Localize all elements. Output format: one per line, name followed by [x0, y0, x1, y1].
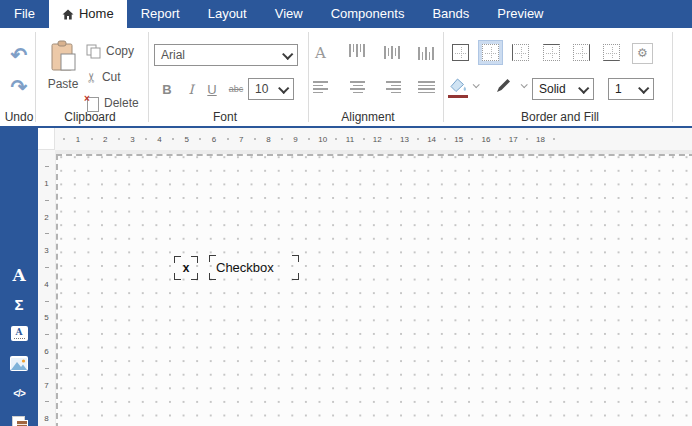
- ruler-number: 3: [44, 245, 48, 256]
- toolbox-image-component[interactable]: [0, 356, 38, 371]
- ruler-tick: [45, 401, 49, 402]
- group-separator: [308, 32, 309, 122]
- selection-corner: [209, 273, 216, 280]
- checkbox-component[interactable]: x: [176, 258, 196, 278]
- toolbox-html-component[interactable]: </>: [0, 388, 38, 399]
- border-width-value: 1: [615, 82, 622, 96]
- paste-button[interactable]: Paste: [40, 40, 86, 110]
- ruler-number: 16: [480, 135, 493, 144]
- richtext-component-icon: A: [11, 326, 28, 341]
- design-canvas[interactable]: x Checkbox: [55, 150, 692, 426]
- align-top-button[interactable]: [348, 44, 366, 60]
- ruler-tick: [63, 138, 65, 140]
- toolbox-clone-component[interactable]: [0, 416, 38, 426]
- tab-preview[interactable]: Preview: [483, 0, 557, 28]
- font-family-select[interactable]: Arial: [154, 44, 298, 66]
- redo-button[interactable]: ↷: [6, 74, 32, 100]
- border-style-select[interactable]: Solid: [532, 78, 594, 100]
- ruler-tick: [172, 138, 174, 140]
- align-center-button[interactable]: [349, 81, 366, 95]
- tab-components[interactable]: Components: [317, 0, 419, 28]
- sum-component-icon: Σ: [14, 296, 23, 313]
- all-borders-button[interactable]: [449, 41, 472, 64]
- fill-bucket-icon: [448, 76, 468, 94]
- border-width-select[interactable]: 1: [608, 78, 654, 100]
- tab-layout[interactable]: Layout: [194, 0, 261, 28]
- align-bottom-button[interactable]: [417, 44, 435, 60]
- tab-home[interactable]: Home: [49, 0, 127, 28]
- checkbox-mark: x: [183, 261, 190, 275]
- border-settings-button[interactable]: ⚙: [632, 43, 653, 64]
- ruler-number: 7: [237, 135, 245, 144]
- group-separator: [443, 32, 444, 122]
- toolbox-richtext-component[interactable]: A: [0, 326, 38, 341]
- fill-color-button[interactable]: [447, 74, 469, 96]
- tab-view[interactable]: View: [261, 0, 317, 28]
- ruler-number: 11: [344, 135, 356, 144]
- selection-corner: [292, 255, 299, 262]
- tab-bands[interactable]: Bands: [418, 0, 483, 28]
- no-borders-button[interactable]: [479, 41, 502, 64]
- ruler-tick: [471, 138, 473, 140]
- image-component-icon: [10, 356, 28, 371]
- paste-clipboard-icon: [48, 40, 78, 74]
- border-color-button[interactable]: [493, 74, 515, 96]
- toolbox-sum-component[interactable]: Σ: [0, 296, 38, 313]
- tab-file[interactable]: File: [0, 0, 49, 28]
- ruler-number: 4: [44, 278, 48, 289]
- bottom-border-button[interactable]: [600, 41, 623, 64]
- bold-button[interactable]: B: [156, 78, 178, 100]
- ruler-number: 2: [101, 135, 109, 144]
- redo-arrow-icon: ↷: [11, 77, 28, 97]
- gear-icon: ⚙: [637, 46, 648, 60]
- clone-component-icon: [11, 416, 28, 426]
- ruler-number: 18: [534, 135, 547, 144]
- ruler-number: 8: [264, 135, 272, 144]
- copy-button[interactable]: Copy: [86, 40, 134, 62]
- selection-corner: [292, 273, 299, 280]
- italic-button[interactable]: I: [182, 78, 200, 100]
- ruler-number: 1: [44, 178, 48, 189]
- strikethrough-button[interactable]: abc: [224, 78, 248, 100]
- ruler-number: 15: [452, 135, 465, 144]
- ruler-number: 12: [371, 135, 384, 144]
- text-component-icon: A: [12, 265, 25, 285]
- text-color-button[interactable]: A: [315, 44, 326, 62]
- pen-icon: [495, 76, 513, 94]
- cut-button[interactable]: ✂ Cut: [86, 66, 121, 88]
- align-justify-button[interactable]: [418, 81, 435, 95]
- tab-report[interactable]: Report: [127, 0, 194, 28]
- ruler-tick: [45, 166, 49, 167]
- ruler-tick: [91, 138, 93, 140]
- group-separator: [35, 32, 36, 122]
- fill-dropdown-chevron-icon[interactable]: [473, 81, 480, 88]
- toolbox-text-component[interactable]: A: [0, 265, 38, 285]
- right-border-button[interactable]: [570, 41, 593, 64]
- undo-button[interactable]: ↶: [6, 42, 32, 68]
- align-left-button[interactable]: [313, 81, 330, 95]
- align-right-button[interactable]: [384, 81, 401, 95]
- report-page[interactable]: [56, 154, 692, 426]
- ruler-number: 17: [507, 135, 520, 144]
- top-border-button[interactable]: [540, 41, 563, 64]
- ruler-number: 3: [128, 135, 136, 144]
- ruler-tick: [444, 138, 446, 140]
- ruler-tick: [45, 368, 49, 369]
- ruler-left: 12345678: [38, 150, 55, 426]
- align-middle-button[interactable]: [383, 44, 401, 60]
- left-border-button[interactable]: [509, 41, 532, 64]
- ruler-tick: [390, 138, 392, 140]
- fill-color-swatch: [448, 95, 468, 98]
- font-size-select[interactable]: 10: [248, 78, 294, 100]
- ruler-tick: [335, 138, 337, 140]
- no-borders-icon: [482, 44, 499, 61]
- chevron-down-icon: [638, 83, 649, 94]
- chevron-down-icon: [278, 83, 289, 94]
- pen-dropdown-chevron-icon[interactable]: [521, 81, 528, 88]
- text-label-component[interactable]: Checkbox: [211, 257, 297, 278]
- chevron-down-icon: [578, 83, 589, 94]
- ruler-number: 8: [44, 413, 48, 424]
- copy-icon: [86, 44, 101, 59]
- underline-button[interactable]: U: [202, 78, 222, 100]
- ruler-number: 2: [44, 211, 48, 222]
